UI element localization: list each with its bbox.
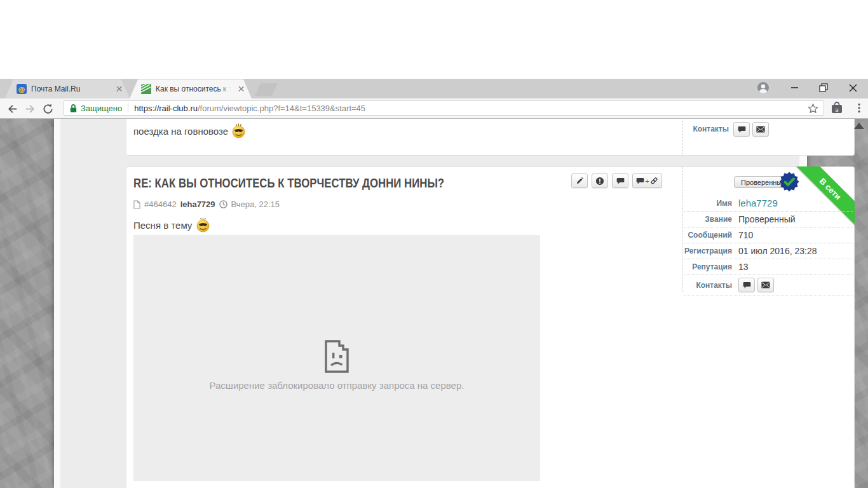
close-tab-icon[interactable]: ✕: [114, 84, 125, 95]
menu-dots-icon[interactable]: [851, 100, 867, 116]
row-label: Репутация: [684, 262, 732, 271]
post-author: leha7729: [180, 200, 215, 209]
profile-row-reputation: Репутация 13: [684, 259, 853, 275]
pm-button[interactable]: [738, 278, 755, 292]
back-button[interactable]: [4, 101, 20, 116]
svg-text:a: a: [835, 107, 839, 113]
post-date: Вчера, 22:15: [231, 200, 280, 209]
mailru-at-icon: @: [17, 84, 27, 94]
forward-button[interactable]: [22, 101, 37, 116]
page-viewport: поездка на говновозе Контакты: [0, 119, 868, 488]
profile-row-rank: Звание Проверенный: [684, 212, 853, 227]
post-id: #464642: [144, 200, 177, 209]
forum-page: поездка на говновозе Контакты: [54, 119, 807, 488]
row-value: 01 июл 2016, 23:28: [738, 246, 817, 256]
tab-mailru[interactable]: @ Почта Mail.Ru ✕: [5, 79, 130, 98]
smiley-sunglasses-icon: [196, 217, 210, 233]
security-label: Защищено: [81, 104, 122, 113]
pm-button[interactable]: [733, 122, 750, 137]
browser-window: @ Почта Mail.Ru ✕ Как вы относитесь к тв…: [0, 0, 868, 488]
tab-topic[interactable]: Как вы относитесь к тво ✕: [130, 79, 252, 98]
clock-icon: [219, 200, 227, 208]
doc-icon: [133, 200, 140, 209]
divider: [128, 103, 128, 113]
url-path: /forum/viewtopic.php?f=14&t=15339&start=…: [198, 104, 365, 113]
previous-post-text: поездка на говновозе: [133, 126, 228, 137]
maximize-button[interactable]: [817, 81, 831, 95]
row-value: 13: [738, 262, 749, 272]
profile-row-posts: Сообщений 710: [684, 227, 853, 243]
email-button[interactable]: [757, 278, 774, 292]
minimize-button[interactable]: [787, 81, 801, 95]
post-body-text: Песня в тему: [133, 220, 192, 231]
tab-title: Почта Mail.Ru: [31, 84, 106, 94]
contacts-label: Контакты: [686, 125, 729, 133]
verified-seal-icon: [779, 172, 799, 192]
lock-icon: [69, 104, 78, 113]
edit-button[interactable]: [571, 173, 588, 188]
quote-bubble-icon: [636, 177, 644, 185]
new-tab-button[interactable]: [255, 83, 278, 96]
quote-link-button[interactable]: +: [632, 173, 662, 188]
url-text: https://rail-club.ru/forum/viewtopic.php…: [134, 104, 365, 113]
profile-row-contacts: Контакты: [684, 275, 853, 295]
profile-icon[interactable]: [756, 81, 770, 95]
reload-button[interactable]: [40, 101, 55, 116]
divider: [682, 167, 683, 292]
profile-row-name: Имя leha7729: [684, 195, 853, 212]
blocked-message: Расширение заблокировало отправку запрос…: [133, 380, 540, 391]
pm-bubble-icon: [738, 126, 746, 133]
main-post: В сети RE: КАК ВЫ ОТНОСИТЕСЬ К ТВОРЧЕСТВ…: [126, 166, 855, 488]
divider: [682, 119, 683, 154]
row-value: Проверенный: [738, 214, 796, 224]
blocked-embed-placeholder: Расширение заблокировало отправку запрос…: [133, 235, 540, 481]
email-button[interactable]: [752, 122, 769, 137]
profile-row-registered: Регистрация 01 июл 2016, 23:28: [684, 243, 853, 259]
pencil-icon: [576, 177, 584, 185]
row-label: Регистрация: [684, 247, 732, 255]
report-button[interactable]: [592, 173, 608, 188]
post-meta: #464642 leha7729 Вчера, 22:15: [133, 200, 280, 209]
row-label: Сообщений: [684, 231, 732, 240]
close-button[interactable]: [846, 81, 860, 95]
previous-post: поездка на говновозе Контакты: [126, 119, 855, 156]
row-value: 710: [738, 230, 753, 240]
row-label: Контакты: [684, 281, 732, 290]
profile-panel: Имя leha7729 Звание Проверенный Сообщени…: [684, 195, 853, 295]
report-exclamation-icon: [595, 177, 604, 186]
tab-strip: @ Почта Mail.Ru ✕ Как вы относитесь к тв…: [0, 79, 868, 98]
smiley-sunglasses-icon: [232, 123, 245, 139]
svg-text:@: @: [18, 85, 25, 93]
broken-page-icon: [322, 339, 351, 374]
extension-bag-icon[interactable]: a: [829, 100, 844, 116]
email-envelope-icon: [756, 126, 765, 133]
quote-button[interactable]: [612, 173, 628, 188]
row-label: Имя: [684, 199, 732, 208]
post-actions: +: [571, 173, 662, 188]
close-tab-icon[interactable]: ✕: [236, 84, 247, 95]
address-bar[interactable]: Защищено https://rail-club.ru/forum/view…: [64, 100, 824, 116]
bookmark-star-icon[interactable]: [808, 103, 818, 114]
tab-title: Как вы относитесь к тво: [156, 84, 231, 94]
url-host: https://rail-club.ru: [134, 104, 198, 113]
post-title: RE: КАК ВЫ ОТНОСИТЕСЬ К ТВОРЧЕСТВУ ДОННИ…: [133, 175, 444, 191]
link-chain-icon: [650, 177, 658, 185]
rail-club-stripes-icon: [141, 84, 151, 94]
plus-sign: +: [645, 177, 649, 185]
pm-bubble-icon: [743, 281, 751, 289]
scroll-top-arrow-icon[interactable]: [854, 123, 864, 129]
email-envelope-icon: [761, 281, 770, 288]
row-value-username[interactable]: leha7729: [738, 198, 778, 208]
row-label: Звание: [684, 215, 732, 224]
quote-bubble-icon: [616, 177, 625, 185]
